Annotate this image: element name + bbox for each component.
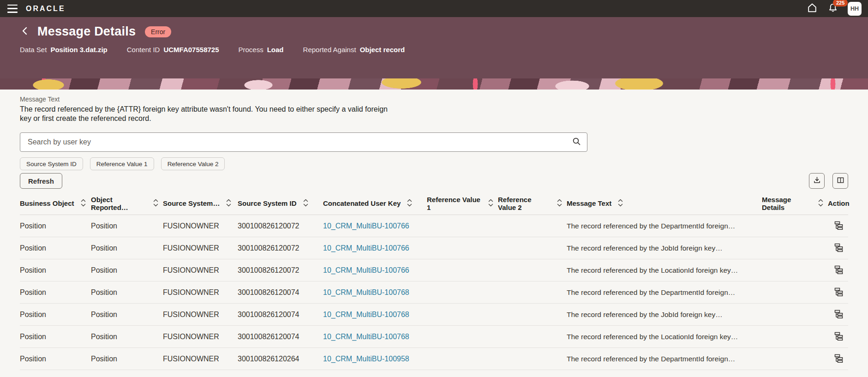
column-header-object-reported[interactable]: Object Reported… [91, 196, 163, 211]
cell-user-key: 10_CRM_MultiBU-100768 [323, 311, 427, 319]
cell-source-system-id: 300100826120072 [238, 266, 323, 275]
cell-source-system-id: 300100826120072 [238, 244, 323, 252]
meta-label: Reported Against [303, 46, 356, 54]
meta-label: Data Set [20, 46, 47, 54]
user-avatar[interactable]: HH [848, 2, 862, 16]
meta-value: UCMFA07558725 [163, 46, 219, 54]
column-label: Source System ID [238, 199, 297, 207]
cell-business-object: Position [20, 244, 91, 252]
cell-source-system: FUSIONOWNER [163, 355, 238, 363]
hierarchy-icon [834, 287, 843, 298]
column-header-reference-value-1[interactable]: Reference Value 1 [427, 196, 498, 211]
user-key-link[interactable]: 10_CRM_MultiBU-100768 [323, 288, 409, 296]
sort-icon[interactable] [81, 199, 86, 208]
page-title: Message Details [37, 24, 136, 39]
filter-chip-reference-value-1[interactable]: Reference Value 1 [90, 157, 154, 170]
cell-user-key: 10_CRM_MultiBU-100766 [323, 266, 427, 275]
cell-object-reported: Position [91, 222, 163, 230]
column-header-source-system[interactable]: Source System… [163, 199, 238, 208]
cell-action [828, 264, 848, 276]
refresh-button[interactable]: Refresh [20, 173, 62, 189]
user-key-link[interactable]: 10_CRM_MultiBU-100766 [323, 244, 409, 252]
cell-source-system: FUSIONOWNER [163, 311, 238, 319]
sort-icon[interactable] [226, 199, 231, 208]
download-button[interactable] [809, 173, 825, 189]
cell-source-system-id: 300100826120074 [238, 311, 323, 319]
cell-object-reported: Position [91, 266, 163, 275]
column-header-source-system-id[interactable]: Source System ID [238, 199, 323, 208]
filter-chip-reference-value-2[interactable]: Reference Value 2 [161, 157, 225, 170]
user-key-link[interactable]: 10_CRM_MultiBU-100766 [323, 222, 409, 230]
row-action-button[interactable] [833, 242, 844, 254]
user-key-link[interactable]: 10_CRM_MultiBU-100768 [323, 333, 409, 341]
chevron-left-icon [21, 26, 29, 37]
filter-chip-source-system-id[interactable]: Source System ID [20, 157, 83, 170]
meta-process: Process Load [239, 46, 284, 54]
status-badge: Error [145, 26, 171, 37]
top-app-bar: ORACLE 225 HH [0, 0, 868, 17]
table-row: PositionPositionFUSIONOWNER3001008261200… [20, 304, 848, 326]
search-bar [20, 132, 587, 152]
meta-label: Content ID [127, 46, 160, 54]
cell-message-text: The record referenced by the JobId forei… [567, 244, 762, 252]
row-action-button[interactable] [833, 309, 844, 321]
back-button[interactable] [20, 25, 30, 38]
user-key-link[interactable]: 10_CRM_MultiBU-100958 [323, 355, 409, 363]
search-input[interactable] [20, 138, 566, 146]
column-header-reference-value-2[interactable]: Reference Value 2 [498, 196, 567, 211]
notifications-button[interactable]: 225 [827, 2, 838, 15]
row-action-button[interactable] [833, 220, 844, 232]
sort-icon[interactable] [618, 199, 623, 208]
sort-icon[interactable] [407, 199, 412, 208]
message-line-1: The record referenced by the {ATTR} fore… [20, 105, 426, 114]
sort-icon[interactable] [303, 199, 308, 208]
message-text-label: Message Text [20, 96, 848, 103]
cell-message-text: The record referenced by the LocationId … [567, 333, 762, 341]
row-action-button[interactable] [833, 264, 844, 276]
column-header-action[interactable]: Action [828, 199, 854, 207]
user-key-link[interactable]: 10_CRM_MultiBU-100768 [323, 311, 409, 318]
column-header-concatenated-user-key[interactable]: Concatenated User Key [323, 199, 427, 208]
cell-user-key: 10_CRM_MultiBU-100768 [323, 288, 427, 297]
cell-user-key: 10_CRM_MultiBU-100768 [323, 333, 427, 341]
column-header-business-object[interactable]: Business Object [20, 199, 91, 208]
row-action-button[interactable] [833, 331, 844, 343]
column-header-message-text[interactable]: Message Text [567, 199, 762, 208]
column-label: Message Text [567, 199, 611, 207]
column-label: Business Object [20, 199, 74, 207]
row-action-button[interactable] [833, 287, 844, 299]
cell-user-key: 10_CRM_MultiBU-100958 [323, 355, 427, 363]
meta-value: Position 3.dat.zip [50, 46, 107, 54]
cell-source-system-id: 300100826120074 [238, 333, 323, 341]
home-button[interactable] [806, 2, 818, 15]
cell-business-object: Position [20, 288, 91, 297]
table-row: PositionPositionFUSIONOWNER3001008261200… [20, 215, 848, 237]
table-row: PositionPositionFUSIONOWNER3001008261200… [20, 259, 848, 281]
column-label: Source System… [163, 199, 220, 207]
home-icon [806, 2, 818, 15]
cell-action [828, 220, 848, 232]
table-row: PositionPositionFUSIONOWNER3001008261202… [20, 348, 848, 370]
notification-count-badge: 225 [833, 0, 848, 6]
cell-action [828, 287, 848, 299]
columns-icon [837, 176, 844, 186]
column-header-message-details[interactable]: Message Details [762, 196, 828, 211]
row-action-button[interactable] [833, 353, 844, 365]
cell-action [828, 242, 848, 254]
sort-icon[interactable] [488, 199, 493, 208]
cell-source-system: FUSIONOWNER [163, 266, 238, 275]
meta-value: Load [267, 46, 284, 54]
sort-icon[interactable] [153, 199, 158, 208]
cell-source-system-id: 300100826120072 [238, 222, 323, 230]
meta-reported-against: Reported Against Object record [303, 46, 405, 54]
sort-icon[interactable] [818, 199, 823, 208]
sort-icon[interactable] [557, 199, 562, 208]
user-key-link[interactable]: 10_CRM_MultiBU-100766 [323, 266, 409, 274]
cell-business-object: Position [20, 222, 91, 230]
search-button[interactable] [566, 133, 587, 151]
manage-columns-button[interactable] [832, 173, 848, 189]
oracle-logo: ORACLE [26, 5, 66, 13]
hierarchy-icon [834, 310, 843, 320]
menu-icon[interactable] [6, 4, 18, 13]
cell-message-text: The record referenced by the DepartmentI… [567, 288, 762, 297]
